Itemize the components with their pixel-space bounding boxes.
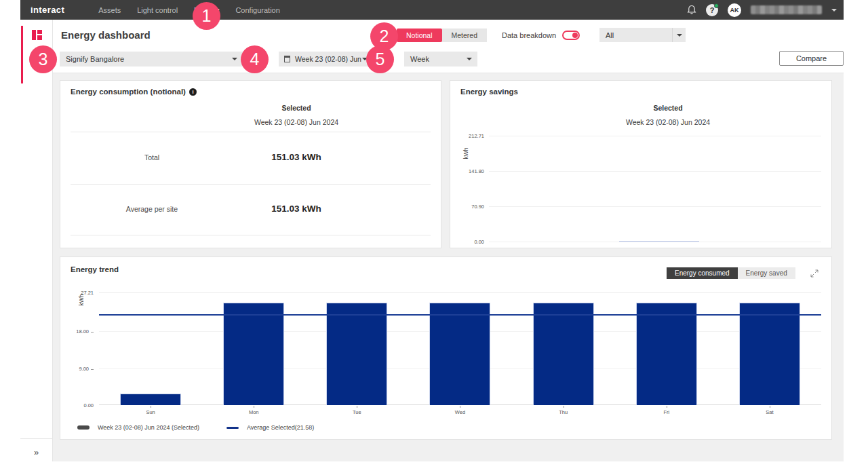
energy-consumption-title: Energy consumption (notional) [71, 88, 186, 96]
help-icon[interactable]: ? [706, 4, 718, 16]
site-dropdown-value: Signify Bangalore [60, 55, 232, 63]
main-content: Energy consumption (notional) i Selected… [53, 73, 844, 461]
data-breakdown-control: Data breakdown [502, 28, 580, 42]
energy-consumption-card: Energy consumption (notional) i Selected… [60, 80, 441, 248]
x-tick: Thu [512, 409, 615, 415]
scope-dropdown[interactable]: All [599, 28, 686, 42]
data-breakdown-toggle[interactable] [562, 31, 580, 40]
bar-sun [120, 394, 181, 405]
bar-fri [636, 303, 697, 405]
sidebar: » [20, 20, 53, 461]
energy-consumed-button[interactable]: Energy consumed [667, 267, 738, 279]
total-row-value: 151.03 kWh [189, 152, 403, 162]
bell-icon[interactable] [687, 5, 696, 15]
user-name-redacted [751, 5, 822, 14]
granularity-dropdown-value: Week [404, 55, 467, 63]
total-row-label: Total [101, 153, 203, 162]
nav-item-configuration[interactable]: Configuration [235, 6, 279, 14]
y-tick: 18.00 [76, 328, 94, 335]
card-title: Energy consumption (notional) i [71, 88, 197, 96]
energy-savings-title: Energy savings [460, 88, 518, 96]
notional-metered-toggle: Notional Metered [397, 28, 487, 42]
y-tick: 9.00 [79, 366, 94, 372]
y-axis-label: kWh [462, 148, 469, 159]
x-tick: Mon [202, 409, 305, 415]
legend-line-swatch [226, 427, 239, 429]
sidebar-collapse-button[interactable]: » [20, 447, 52, 457]
average-row-label: Average per site [101, 205, 203, 213]
user-menu-caret-icon[interactable] [831, 9, 837, 12]
notional-button[interactable]: Notional [397, 28, 442, 42]
gridline [489, 171, 821, 172]
chevron-down-icon [672, 28, 686, 42]
compare-button[interactable]: Compare [779, 51, 844, 66]
help-glyph: ? [710, 6, 715, 14]
bar-sat [739, 303, 800, 405]
page-header: Energy dashboard Notional Metered Data b… [53, 20, 844, 73]
divider [71, 132, 431, 132]
nav-right-cluster: ? AK [687, 0, 837, 20]
interact-logo: interact [31, 5, 64, 15]
chevron-down-icon [232, 58, 237, 60]
legend-bar-swatch [77, 425, 90, 430]
bar-wed [429, 303, 490, 405]
dashboard-grid-icon[interactable] [32, 30, 43, 40]
nav-item-assets[interactable]: Assets [98, 6, 121, 14]
info-icon[interactable]: i [189, 88, 197, 96]
y-tick: 27.21 [81, 290, 94, 296]
nav-item-light-control[interactable]: Light control [137, 6, 178, 14]
average-row-value: 151.03 kWh [189, 204, 403, 214]
trend-bars: Sun Mon Tue Wed Thu Fri Sat [99, 292, 821, 405]
granularity-dropdown[interactable]: Week [404, 52, 477, 66]
annotation-circle-1: 1 [193, 2, 220, 30]
savings-dark-segment [619, 241, 699, 242]
top-nav: interact Assets Light control Energy Con… [20, 0, 844, 20]
selected-period: Week 23 (02-08) Jun 2024 [189, 118, 403, 126]
card-title: Energy savings [460, 88, 518, 96]
app-shell: interact Assets Light control Energy Con… [20, 0, 844, 475]
energy-saved-button[interactable]: Energy saved [738, 267, 795, 279]
data-breakdown-label: Data breakdown [502, 31, 556, 39]
energy-trend-card: Energy trend Energy consumed Energy save… [60, 256, 832, 440]
chevron-down-icon [467, 58, 472, 60]
nav-menu: Assets Light control Energy Configuratio… [98, 6, 280, 14]
scope-dropdown-value: All [599, 31, 672, 39]
avatar[interactable]: AK [728, 3, 741, 17]
page: interact Assets Light control Energy Con… [0, 0, 868, 475]
x-tick: Tue [305, 409, 408, 415]
sidebar-active-indicator [21, 26, 23, 83]
trend-series-toggle: Energy consumed Energy saved [667, 267, 795, 279]
divider [71, 235, 431, 235]
bar-mon [223, 303, 284, 405]
metered-button[interactable]: Metered [442, 28, 488, 42]
y-tick: 0.00 [83, 402, 94, 408]
energy-savings-card: Energy savings Selected Week 23 (02-08) … [450, 80, 832, 248]
trend-legend: Week 23 (02-08) Jun 2024 (Selected) Aver… [77, 424, 314, 431]
period-dropdown-value: Week 23 (02-08) Jun 2024 [290, 55, 362, 63]
legend-average-label: Average Selected(21.58) [247, 424, 314, 431]
period-dropdown[interactable]: Week 23 (02-08) Jun 2024 [279, 52, 373, 66]
expand-icon[interactable] [810, 268, 818, 280]
annotation-circle-4: 4 [241, 45, 269, 73]
y-tick: 70.90 [471, 204, 484, 210]
savings-stacked-bar [619, 241, 699, 242]
sidebar-divider [20, 438, 52, 439]
notification-dot [714, 3, 719, 8]
x-tick: Sat [718, 409, 821, 415]
calendar-icon [284, 56, 290, 62]
site-dropdown[interactable]: Signify Bangalore [60, 52, 243, 66]
x-tick: Fri [615, 409, 718, 415]
legend-selected-label: Week 23 (02-08) Jun 2024 (Selected) [98, 424, 199, 431]
selected-period: Week 23 (02-08) Jun 2024 [572, 118, 764, 126]
page-title: Energy dashboard [61, 29, 151, 41]
selected-label: Selected [189, 104, 403, 112]
annotation-circle-3: 3 [29, 45, 57, 73]
annotation-circle-5: 5 [366, 45, 394, 73]
y-tick: 141.80 [469, 168, 484, 174]
divider [71, 184, 431, 185]
selected-column-header: Selected Week 23 (02-08) Jun 2024 [189, 104, 403, 126]
selected-column-header: Selected Week 23 (02-08) Jun 2024 [572, 104, 764, 126]
bar-tue [326, 303, 387, 405]
card-title: Energy trend [71, 265, 119, 273]
gridline [489, 136, 821, 136]
